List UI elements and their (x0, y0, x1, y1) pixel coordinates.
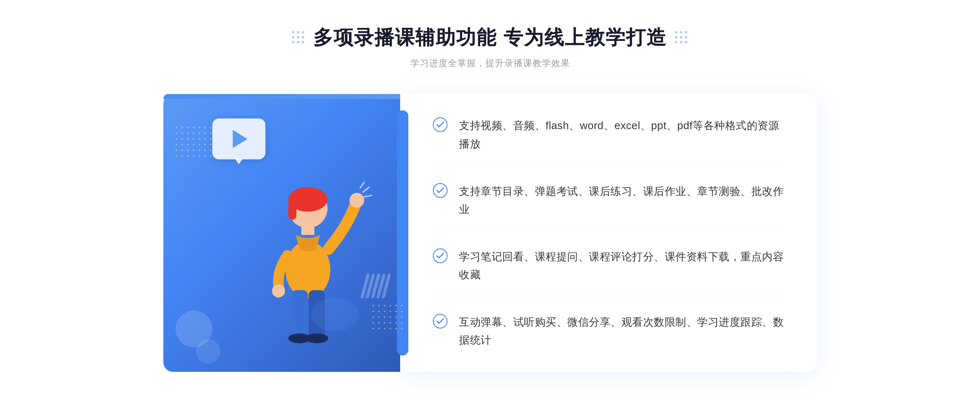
header-section: 多项录播课辅助功能 专为线上教学打造 学习进度全掌握，提升录播课教学效果 (292, 25, 688, 69)
svg-rect-10 (301, 225, 314, 235)
check-icon-1 (433, 117, 448, 132)
top-strip (163, 94, 400, 99)
svg-rect-3 (288, 199, 296, 220)
content-section: » (163, 94, 817, 372)
feature-item-1: 支持视频、音频、flash、word、excel、ppt、pdf等各种格式的资源… (433, 116, 784, 165)
feature-item-3: 学习笔记回看、课程提问、课程评论打分、课件资料下载，重点内容收藏 (433, 235, 784, 296)
check-icon-3 (433, 248, 448, 263)
svg-point-4 (350, 193, 364, 208)
page-subtitle: 学习进度全掌握，提升录播课教学效果 (292, 57, 688, 69)
feature-item-4: 互动弹幕、试听购买、微信分享、观看次数限制、学习进度跟踪、数据统计 (433, 301, 784, 349)
svg-line-12 (364, 195, 372, 197)
svg-point-15 (433, 183, 447, 197)
right-decoration (675, 31, 688, 44)
page-title: 多项录播课辅助功能 专为线上教学打造 (313, 25, 666, 51)
svg-point-14 (433, 118, 447, 132)
feature-text-2: 支持章节目录、弹题考试、课后练习、课后作业、章节测验、批改作业 (459, 182, 784, 218)
check-icon-4 (433, 314, 448, 329)
page-wrapper: 多项录播课辅助功能 专为线上教学打造 学习进度全掌握，提升录播课教学效果 » (0, 0, 980, 398)
header-title-row: 多项录播课辅助功能 专为线上教学打造 (292, 25, 688, 51)
play-icon (233, 130, 247, 148)
dots-bottom-right (372, 305, 404, 331)
svg-rect-6 (292, 290, 308, 339)
feature-text-1: 支持视频、音频、flash、word、excel、ppt、pdf等各种格式的资源… (459, 116, 784, 152)
svg-point-5 (272, 284, 285, 297)
svg-point-9 (305, 333, 328, 343)
feature-item-2: 支持章节目录、弹题考试、课后练习、课后作业、章节测验、批改作业 (433, 170, 784, 231)
svg-point-17 (433, 314, 447, 328)
oval-decoration (310, 298, 359, 331)
deco-circle-small (196, 339, 220, 364)
check-icon-2 (433, 183, 448, 198)
feature-text-3: 学习笔记回看、课程提问、课程评论打分、课件资料下载，重点内容收藏 (459, 248, 784, 284)
svg-line-11 (363, 187, 369, 192)
illustration-panel (163, 94, 400, 372)
feature-text-4: 互动弹幕、试听购买、微信分享、观看次数限制、学习进度跟踪、数据统计 (459, 313, 784, 349)
features-panel: 支持视频、音频、flash、word、excel、ppt、pdf等各种格式的资源… (400, 94, 817, 372)
person-illustration (243, 151, 373, 372)
svg-line-13 (360, 182, 364, 188)
left-decoration (292, 31, 305, 44)
svg-point-16 (433, 249, 447, 263)
